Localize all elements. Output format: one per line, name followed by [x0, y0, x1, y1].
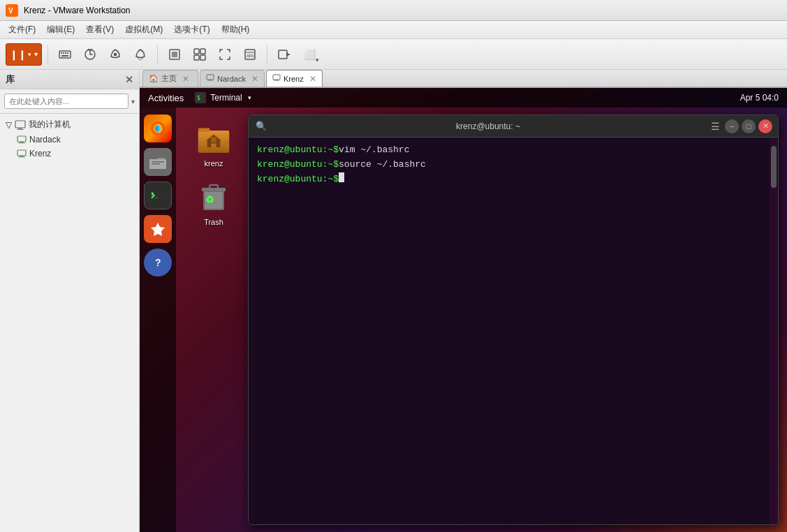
more-button[interactable]: ⬜ ▾ — [298, 43, 321, 66]
terminal-close-button[interactable]: ✕ — [758, 119, 772, 133]
nardack-tab-close[interactable]: ✕ — [251, 75, 258, 83]
pause-dropdown-icon: ▾ — [28, 51, 31, 58]
suspend-icon — [108, 47, 122, 61]
topbar-time: Apr 5 04:0 — [740, 93, 779, 103]
krenz-tab-icon — [272, 74, 281, 84]
terminal-line-1: krenz@ubuntu:~$ vim ~/.bashrc — [257, 143, 767, 158]
menu-vm[interactable]: 虚拟机(M) — [119, 21, 168, 38]
svg-rect-30 — [207, 80, 213, 81]
guest-icon: abc — [243, 47, 257, 61]
terminal-line-2: krenz@ubuntu:~$ source ~/.bashrc — [257, 158, 767, 172]
sidebar-close-button[interactable]: ✕ — [125, 74, 133, 85]
search-dropdown-icon[interactable]: ▾ — [131, 98, 135, 105]
terminal-taskbar-icon: $ — [195, 92, 206, 103]
home-tab-icon: 🏠 — [149, 74, 159, 83]
svg-text:?: ? — [155, 257, 161, 268]
terminal-cmd-1: vim ~/.bashrc — [339, 143, 409, 158]
ubuntu-desktop[interactable]: Activities $ Terminal ▾ Apr 5 04:0 — [140, 88, 787, 532]
krenz-tab-label: Krenz — [284, 75, 304, 83]
dock-help[interactable]: ? — [144, 249, 172, 276]
terminal-prompt-3: krenz@ubuntu:~$ — [257, 172, 339, 187]
sidebar-search-input[interactable] — [4, 94, 128, 109]
help-icon: ? — [148, 253, 168, 272]
unity-view-button[interactable] — [189, 43, 211, 66]
sidebar-header: 库 ✕ — [0, 70, 139, 89]
terminal-body[interactable]: krenz@ubuntu:~$ vim ~/.bashrc krenz@ubun… — [249, 138, 778, 524]
tab-nardack[interactable]: Nardack ✕ — [200, 70, 265, 87]
terminal-window[interactable]: 🔍 krenz@ubuntu: ~ ☰ − □ ✕ krenz@ubuntu:~… — [248, 114, 779, 525]
svg-rect-18 — [279, 50, 287, 59]
desktop-icon-krenz[interactable]: krenz — [189, 123, 239, 168]
tab-krenz[interactable]: Krenz ✕ — [266, 70, 323, 87]
svg-rect-32 — [274, 80, 279, 80]
snapshot-button[interactable] — [79, 43, 101, 66]
terminal-search-button[interactable]: 🔍 — [254, 119, 268, 133]
pause-button[interactable]: ❙❙ ▾ — [6, 43, 42, 66]
home-tab-label: 主页 — [161, 73, 177, 84]
vm-content[interactable]: Activities $ Terminal ▾ Apr 5 04:0 — [140, 88, 787, 532]
menu-edit[interactable]: 编辑(E) — [41, 21, 80, 38]
dropdown-arrow: ▾ — [316, 57, 319, 64]
svg-rect-7 — [61, 55, 68, 57]
sidebar-item-krenz[interactable]: Krenz — [11, 147, 139, 161]
svg-rect-26 — [20, 156, 24, 157]
dock-appstore[interactable] — [144, 215, 172, 243]
suspend-button[interactable] — [104, 43, 126, 66]
fullscreen-icon — [218, 47, 232, 61]
svg-rect-11 — [194, 49, 199, 54]
normal-view-icon — [168, 47, 182, 61]
terminal-scrollbar[interactable] — [770, 138, 778, 524]
svg-rect-14 — [200, 55, 205, 60]
terminal-prompt-2: krenz@ubuntu:~$ — [257, 158, 339, 172]
terminal-minimize-button[interactable]: − — [725, 119, 739, 133]
menu-view[interactable]: 查看(V) — [80, 21, 119, 38]
activities-button[interactable]: Activities — [148, 93, 184, 103]
svg-text:abc: abc — [247, 53, 255, 58]
menu-tabs[interactable]: 选项卡(T) — [168, 21, 215, 38]
enter-vm-button[interactable] — [273, 43, 295, 66]
guest-button[interactable]: abc — [239, 43, 261, 66]
trash-icon: ♻ — [200, 182, 228, 214]
tree-root-my-computer[interactable]: ▽ 我的计算机 — [0, 117, 139, 133]
resume-button[interactable] — [129, 43, 152, 66]
desktop-icon-trash[interactable]: ♻ Trash — [189, 182, 239, 226]
keyboard-icon — [58, 47, 72, 61]
home-tab-close[interactable]: ✕ — [182, 75, 189, 83]
terminal-scrollbar-thumb[interactable] — [771, 146, 777, 188]
appstore-icon — [148, 219, 168, 239]
computer-icon — [15, 119, 26, 131]
enter-vm-icon — [277, 47, 291, 61]
svg-rect-2 — [59, 51, 71, 58]
sidebar-search-area: ▾ — [0, 89, 139, 114]
dock-terminal[interactable]: $_ — [144, 182, 172, 209]
dock-files[interactable] — [144, 148, 172, 176]
svg-text:♻: ♻ — [205, 194, 214, 205]
menu-bar: 文件(F) 编辑(E) 查看(V) 虚拟机(M) 选项卡(T) 帮助(H) — [0, 21, 787, 39]
menu-file[interactable]: 文件(F) — [3, 21, 41, 38]
terminal-maximize-button[interactable]: □ — [742, 119, 756, 133]
sidebar-tree: ▽ 我的计算机 Nardack — [0, 114, 139, 532]
krenz-tab-close[interactable]: ✕ — [309, 75, 316, 83]
svg-rect-22 — [17, 136, 26, 142]
tab-home[interactable]: 🏠 主页 ✕ — [142, 70, 198, 87]
tree-children: Nardack Krenz — [11, 133, 139, 161]
fullscreen-button[interactable] — [214, 43, 236, 66]
terminal-menu-button[interactable]: ☰ — [708, 119, 722, 133]
sidebar-item-nardack-label: Nardack — [29, 135, 61, 145]
expand-icon: ▽ — [6, 120, 12, 130]
menu-help[interactable]: 帮助(H) — [216, 21, 256, 38]
files-icon — [148, 152, 168, 172]
svg-rect-57 — [209, 185, 218, 189]
svg-rect-42 — [152, 161, 164, 163]
normal-view-button[interactable] — [163, 43, 186, 66]
terminal-taskbar-item[interactable]: $ Terminal ▾ — [195, 92, 251, 103]
terminal-cursor — [339, 172, 344, 182]
terminal-titlebar: 🔍 krenz@ubuntu: ~ ☰ − □ ✕ — [249, 115, 778, 138]
terminal-dropdown-icon: ▾ — [248, 94, 251, 101]
tree-root-label: 我的计算机 — [29, 119, 71, 131]
dock-firefox[interactable] — [144, 114, 172, 142]
svg-rect-43 — [152, 163, 160, 165]
sidebar-item-nardack[interactable]: Nardack — [11, 133, 139, 147]
send-ctrlaltdel-button[interactable] — [54, 43, 76, 66]
sidebar-title: 库 — [6, 73, 15, 86]
